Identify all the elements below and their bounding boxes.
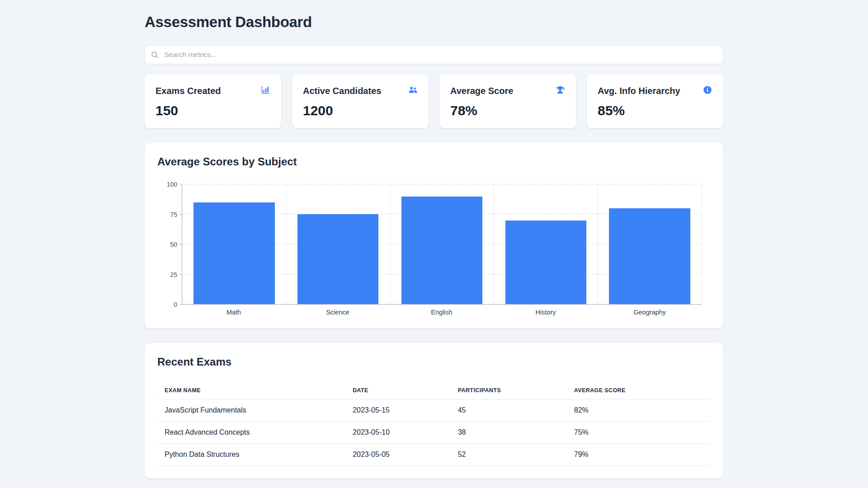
- x-axis-label: Geography: [598, 305, 702, 316]
- stat-card-exams-created: Exams Created 150: [145, 74, 281, 128]
- chart-bar-english: [401, 197, 482, 305]
- table-cell: JavaScript Fundamentals: [157, 399, 345, 422]
- column-header-exam-name: EXAM NAME: [157, 382, 345, 399]
- chart-bar-history: [505, 221, 586, 305]
- chart-bar-slot: [390, 184, 494, 304]
- table-header-row: EXAM NAME DATE PARTICIPANTS AVERAGE SCOR…: [157, 382, 711, 399]
- table-cell: Python Data Structures: [157, 444, 345, 466]
- stat-card-average-score: Average Score 78%: [439, 74, 576, 128]
- stats-row: Exams Created 150 Active Candidates: [145, 74, 723, 128]
- stat-label: Average Score: [450, 86, 513, 96]
- y-axis-tick-label: 25: [170, 271, 177, 278]
- recent-exams-title: Recent Exams: [157, 356, 711, 368]
- table-row: React Advanced Concepts2023-05-103875%: [157, 422, 711, 444]
- stat-label: Avg. Info Hierarchy: [598, 86, 680, 96]
- x-axis-label: History: [494, 305, 598, 316]
- recent-exams-tbody: JavaScript Fundamentals2023-05-154582%Re…: [157, 399, 711, 466]
- chart-bar-slot: [598, 184, 702, 304]
- table-cell: 45: [451, 399, 567, 422]
- dashboard-container: Assessment Dashboard Exams Created: [145, 0, 723, 479]
- table-cell: 2023-05-15: [345, 399, 451, 422]
- search-icon: [151, 51, 159, 59]
- table-cell: 2023-05-10: [345, 422, 451, 444]
- stat-card-avg-info-hierarchy: Avg. Info Hierarchy 85%: [587, 74, 723, 128]
- info-icon: [703, 85, 712, 97]
- table-cell: 2023-05-05: [345, 444, 451, 466]
- bar-chart-icon: [260, 85, 270, 97]
- chart-y-axis: 0255075100: [160, 184, 182, 305]
- x-axis-label: English: [390, 305, 494, 316]
- table-row: Python Data Structures2023-05-055279%: [157, 444, 711, 466]
- chart-x-axis: MathScienceEnglishHistoryGeography: [182, 305, 702, 316]
- table-row: JavaScript Fundamentals2023-05-154582%: [157, 399, 711, 422]
- page-title: Assessment Dashboard: [145, 14, 723, 31]
- table-cell: 52: [451, 444, 567, 466]
- chart-title: Average Scores by Subject: [157, 155, 711, 168]
- chart-bar-slot: [286, 184, 390, 304]
- chart-bar-math: [193, 202, 274, 304]
- x-axis-spacer: [160, 305, 182, 316]
- column-header-participants: PARTICIPANTS: [451, 382, 567, 399]
- table-cell: React Advanced Concepts: [157, 422, 345, 444]
- stat-label: Exams Created: [156, 86, 221, 96]
- chart-bar-slot: [182, 184, 286, 304]
- chart-bar-slot: [494, 184, 598, 304]
- table-cell: 38: [451, 422, 567, 444]
- bar-chart: 0255075100 MathScienceEnglishHistoryGeog…: [157, 182, 711, 316]
- y-axis-tick-label: 50: [170, 241, 177, 248]
- chart-panel: Average Scores by Subject 0255075100 Mat…: [145, 143, 723, 328]
- search-input[interactable]: [145, 45, 723, 64]
- column-header-date: DATE: [345, 382, 451, 399]
- chart-bar-geography: [609, 208, 690, 304]
- recent-exams-table: EXAM NAME DATE PARTICIPANTS AVERAGE SCOR…: [157, 382, 711, 466]
- table-cell: 75%: [567, 422, 711, 444]
- stat-value: 78%: [450, 104, 565, 117]
- table-cell: 79%: [567, 444, 711, 466]
- stat-value: 1200: [303, 104, 418, 117]
- recent-exams-panel: Recent Exams EXAM NAME DATE PARTICIPANTS…: [145, 343, 723, 479]
- x-axis-label: Math: [182, 305, 286, 316]
- table-cell: 82%: [567, 399, 711, 422]
- stat-card-active-candidates: Active Candidates 1200: [292, 74, 429, 128]
- stat-value: 85%: [598, 104, 712, 117]
- y-axis-tick-label: 75: [170, 211, 177, 218]
- chart-plot: [182, 184, 702, 305]
- v-gridline: [702, 184, 702, 304]
- chart-bar-science: [297, 214, 378, 304]
- graduation-cap-icon: [555, 85, 565, 97]
- users-icon: [408, 85, 418, 97]
- stat-label: Active Candidates: [303, 86, 381, 96]
- search-bar: [145, 45, 723, 64]
- y-axis-tick-label: 100: [167, 181, 177, 188]
- y-axis-tick-label: 0: [174, 301, 177, 308]
- stat-value: 150: [156, 104, 270, 117]
- x-axis-label: Science: [286, 305, 390, 316]
- column-header-average-score: AVERAGE SCORE: [567, 382, 711, 399]
